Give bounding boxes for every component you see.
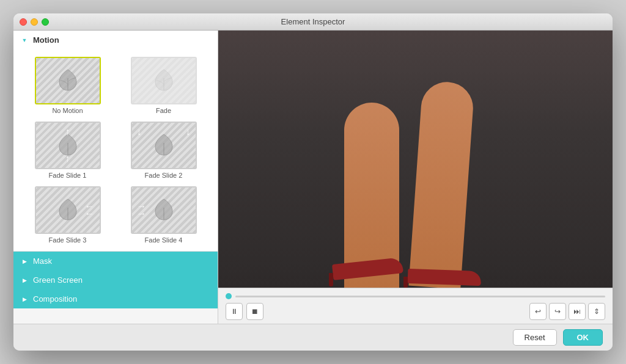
mask-section-label: Mask [33, 257, 52, 266]
window-body: ▼ Motion [13, 31, 613, 351]
trim-button[interactable]: ⇕ [588, 303, 605, 320]
composition-chevron: ▶ [21, 296, 28, 303]
traffic-lights [20, 18, 49, 26]
close-button[interactable] [20, 18, 27, 26]
motion-section-label: Motion [33, 35, 59, 45]
motion-thumb-fade-slide-2[interactable]: ↓ ↓ [131, 122, 197, 169]
pause-button[interactable]: ⏸ [226, 303, 243, 320]
green-screen-section-label: Green Screen [33, 275, 83, 285]
left-panel: ▼ Motion [13, 31, 218, 324]
green-screen-section-header[interactable]: ▶ Green Screen [13, 271, 218, 289]
green-screen-chevron: ▶ [21, 277, 28, 284]
forward-button[interactable]: ↪ [549, 303, 566, 320]
minimize-button[interactable] [31, 18, 38, 26]
motion-thumb-fade-slide-3[interactable]: ← ← [35, 186, 101, 234]
no-motion-label: No Motion [52, 107, 83, 114]
motion-item-fade[interactable]: Fade [119, 57, 208, 114]
trim-icon: ⇕ [594, 307, 600, 316]
leaf-icon-fade-slide-3 [54, 195, 81, 225]
controls-row: ⏸ ⏹ ↩ ↪ ⏭ [226, 303, 605, 320]
rewind-button[interactable]: ↩ [529, 303, 547, 320]
ok-button[interactable]: OK [563, 329, 603, 346]
motion-section-header[interactable]: ▼ Motion [13, 31, 218, 49]
progress-row [226, 293, 605, 299]
skip-end-button[interactable]: ⏭ [569, 303, 586, 320]
window-title: Element Inspector [281, 17, 345, 26]
motion-item-fade-slide-4[interactable]: → → Fade Slide 4 [119, 186, 208, 244]
leaf-icon-fade [150, 66, 177, 95]
composition-section-label: Composition [33, 294, 77, 304]
video-area [218, 31, 613, 288]
progress-track[interactable] [235, 296, 605, 297]
stop-icon: ⏹ [251, 307, 259, 316]
arrow-left-2: ← [85, 208, 95, 219]
arrow-right-2: → [137, 208, 147, 219]
transport-controls: ↩ ↪ ⏭ ⇕ [529, 303, 605, 320]
pause-icon: ⏸ [230, 307, 238, 316]
stop-button[interactable]: ⏹ [246, 303, 263, 320]
video-frame [218, 31, 613, 288]
forward-icon: ↪ [554, 307, 561, 316]
rewind-icon: ↩ [535, 307, 541, 316]
fade-slide-3-label: Fade Slide 3 [49, 236, 87, 244]
motion-thumb-no-motion[interactable] [35, 57, 101, 104]
right-panel: ⏸ ⏹ ↩ ↪ ⏭ [218, 31, 613, 324]
motion-item-fade-slide-3[interactable]: ← ← Fade Slide 3 [23, 186, 112, 244]
leaf-icon-fade-slide-2 [150, 131, 177, 160]
fade-slide-1-label: Fade Slide 1 [49, 172, 87, 179]
leaf-icon-no-motion [54, 66, 81, 95]
maximize-button[interactable] [42, 18, 49, 26]
mask-chevron: ▶ [21, 258, 28, 265]
composition-section-header[interactable]: ▶ Composition [13, 289, 218, 308]
arrow-up-1: ↑ [65, 153, 70, 164]
skip-end-icon: ⏭ [573, 307, 581, 316]
arrow-down-2: ↓ [186, 126, 191, 137]
reset-button[interactable]: Reset [513, 329, 557, 346]
motion-item-fade-slide-2[interactable]: ↓ ↓ Fade Slide 2 [119, 122, 208, 179]
motion-item-fade-slide-1[interactable]: ↑ ↑ Fade Slide 1 [23, 122, 112, 179]
fade-slide-2-label: Fade Slide 2 [145, 172, 183, 179]
fade-label: Fade [156, 107, 171, 114]
titlebar: Element Inspector [13, 13, 613, 31]
motion-thumb-fade-slide-1[interactable]: ↑ ↑ [35, 122, 101, 169]
arrow-up-2: ↑ [65, 126, 70, 137]
motion-thumb-fade[interactable] [131, 57, 197, 104]
motion-thumb-fade-slide-4[interactable]: → → [131, 186, 197, 234]
motion-chevron: ▼ [21, 37, 28, 44]
arrow-down-1: ↓ [137, 126, 142, 137]
progress-indicator [226, 293, 232, 299]
motion-grid: No Motion [13, 49, 218, 251]
mask-section-header[interactable]: ▶ Mask [13, 252, 218, 271]
fade-slide-4-label: Fade Slide 4 [145, 236, 183, 244]
bottom-bar: Reset OK [13, 324, 613, 351]
controls-bar: ⏸ ⏹ ↩ ↪ ⏭ [218, 288, 613, 324]
main-content: ▼ Motion [13, 31, 613, 324]
leaf-icon-fade-slide-4 [150, 195, 177, 225]
motion-item-no-motion[interactable]: No Motion [23, 57, 112, 114]
main-window: Element Inspector ▼ Motion [13, 13, 613, 351]
